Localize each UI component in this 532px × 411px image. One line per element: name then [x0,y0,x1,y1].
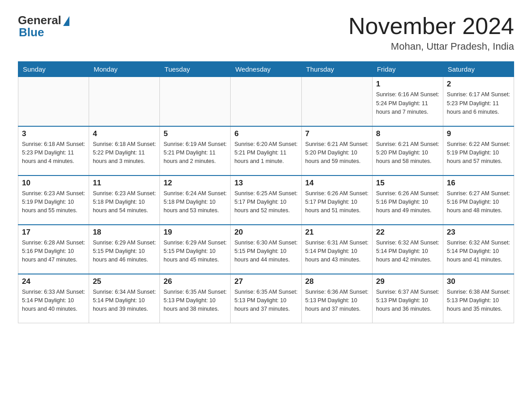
day-info: Sunrise: 6:35 AM Sunset: 5:13 PM Dayligh… [163,288,227,314]
day-number: 25 [93,277,156,286]
calendar-cell: 15Sunrise: 6:26 AM Sunset: 5:16 PM Dayli… [372,176,443,225]
day-info: Sunrise: 6:25 AM Sunset: 5:17 PM Dayligh… [234,189,297,215]
day-info: Sunrise: 6:35 AM Sunset: 5:13 PM Dayligh… [234,288,297,314]
day-info: Sunrise: 6:23 AM Sunset: 5:18 PM Dayligh… [93,189,156,215]
weekday-header-friday: Friday [372,62,443,77]
week-row-1: 1Sunrise: 6:16 AM Sunset: 5:24 PM Daylig… [18,77,514,126]
week-row-2: 3Sunrise: 6:18 AM Sunset: 5:23 PM Daylig… [18,126,514,176]
day-info: Sunrise: 6:29 AM Sunset: 5:15 PM Dayligh… [163,239,227,265]
calendar-cell: 6Sunrise: 6:20 AM Sunset: 5:21 PM Daylig… [231,126,301,176]
calendar-cell: 14Sunrise: 6:26 AM Sunset: 5:17 PM Dayli… [301,176,372,225]
weekday-header-wednesday: Wednesday [231,62,301,77]
day-info: Sunrise: 6:29 AM Sunset: 5:15 PM Dayligh… [93,239,156,265]
calendar-cell: 27Sunrise: 6:35 AM Sunset: 5:13 PM Dayli… [231,274,301,323]
day-info: Sunrise: 6:30 AM Sunset: 5:15 PM Dayligh… [234,239,297,265]
location-title: Mohan, Uttar Pradesh, India [348,41,514,52]
day-number: 18 [93,228,156,237]
calendar-cell: 7Sunrise: 6:21 AM Sunset: 5:20 PM Daylig… [301,126,372,176]
calendar-cell: 25Sunrise: 6:34 AM Sunset: 5:14 PM Dayli… [89,274,160,323]
day-info: Sunrise: 6:26 AM Sunset: 5:17 PM Dayligh… [305,189,369,215]
calendar-cell [160,77,231,126]
weekday-header-row: SundayMondayTuesdayWednesdayThursdayFrid… [18,62,514,77]
day-info: Sunrise: 6:36 AM Sunset: 5:13 PM Dayligh… [305,288,369,314]
calendar-cell: 22Sunrise: 6:32 AM Sunset: 5:14 PM Dayli… [372,225,443,274]
day-info: Sunrise: 6:17 AM Sunset: 5:23 PM Dayligh… [447,90,510,116]
calendar-cell: 1Sunrise: 6:16 AM Sunset: 5:24 PM Daylig… [372,77,443,126]
calendar-cell [301,77,372,126]
day-number: 24 [22,277,85,286]
day-info: Sunrise: 6:22 AM Sunset: 5:19 PM Dayligh… [447,140,510,166]
weekday-header-saturday: Saturday [443,62,514,77]
day-number: 5 [163,129,227,138]
calendar-cell: 12Sunrise: 6:24 AM Sunset: 5:18 PM Dayli… [160,176,231,225]
calendar-cell: 26Sunrise: 6:35 AM Sunset: 5:13 PM Dayli… [160,274,231,323]
logo-blue-row: Blue [18,26,44,39]
day-number: 26 [163,277,227,286]
day-number: 9 [447,129,510,138]
day-number: 14 [305,179,369,188]
week-row-4: 17Sunrise: 6:28 AM Sunset: 5:16 PM Dayli… [18,225,514,274]
calendar-cell: 23Sunrise: 6:32 AM Sunset: 5:14 PM Dayli… [443,225,514,274]
week-row-5: 24Sunrise: 6:33 AM Sunset: 5:14 PM Dayli… [18,274,514,323]
calendar-cell: 18Sunrise: 6:29 AM Sunset: 5:15 PM Dayli… [89,225,160,274]
title-area: November 2024 Mohan, Uttar Pradesh, Indi… [348,13,514,52]
day-number: 4 [93,129,156,138]
weekday-header-tuesday: Tuesday [160,62,231,77]
logo-blue-text: Blue [19,26,44,39]
day-info: Sunrise: 6:21 AM Sunset: 5:20 PM Dayligh… [376,140,439,166]
calendar-cell: 9Sunrise: 6:22 AM Sunset: 5:19 PM Daylig… [443,126,514,176]
day-info: Sunrise: 6:21 AM Sunset: 5:20 PM Dayligh… [305,140,369,166]
day-number: 10 [22,179,85,188]
calendar-cell: 10Sunrise: 6:23 AM Sunset: 5:19 PM Dayli… [18,176,89,225]
logo-triangle-icon [63,16,69,26]
day-number: 8 [376,129,439,138]
day-number: 30 [447,277,510,286]
day-number: 2 [447,80,510,89]
calendar-cell: 24Sunrise: 6:33 AM Sunset: 5:14 PM Dayli… [18,274,89,323]
day-info: Sunrise: 6:19 AM Sunset: 5:21 PM Dayligh… [163,140,227,166]
day-info: Sunrise: 6:20 AM Sunset: 5:21 PM Dayligh… [234,140,297,166]
calendar-cell: 16Sunrise: 6:27 AM Sunset: 5:16 PM Dayli… [443,176,514,225]
day-info: Sunrise: 6:16 AM Sunset: 5:24 PM Dayligh… [376,90,439,116]
day-number: 27 [234,277,297,286]
day-info: Sunrise: 6:24 AM Sunset: 5:18 PM Dayligh… [163,189,227,215]
day-info: Sunrise: 6:32 AM Sunset: 5:14 PM Dayligh… [447,239,510,265]
day-number: 13 [234,179,297,188]
calendar-cell [231,77,301,126]
day-number: 7 [305,129,369,138]
day-info: Sunrise: 6:32 AM Sunset: 5:14 PM Dayligh… [376,239,439,265]
day-info: Sunrise: 6:38 AM Sunset: 5:13 PM Dayligh… [447,288,510,314]
day-number: 17 [22,228,85,237]
day-info: Sunrise: 6:33 AM Sunset: 5:14 PM Dayligh… [22,288,85,314]
day-number: 28 [305,277,369,286]
weekday-header-thursday: Thursday [301,62,372,77]
day-number: 11 [93,179,156,188]
calendar-cell: 13Sunrise: 6:25 AM Sunset: 5:17 PM Dayli… [231,176,301,225]
day-number: 21 [305,228,369,237]
calendar-cell: 5Sunrise: 6:19 AM Sunset: 5:21 PM Daylig… [160,126,231,176]
day-info: Sunrise: 6:23 AM Sunset: 5:19 PM Dayligh… [22,189,85,215]
day-info: Sunrise: 6:31 AM Sunset: 5:14 PM Dayligh… [305,239,369,265]
day-info: Sunrise: 6:18 AM Sunset: 5:22 PM Dayligh… [93,140,156,166]
day-number: 19 [163,228,227,237]
day-number: 1 [376,80,439,89]
calendar-cell: 21Sunrise: 6:31 AM Sunset: 5:14 PM Dayli… [301,225,372,274]
day-info: Sunrise: 6:27 AM Sunset: 5:16 PM Dayligh… [447,189,510,215]
logo: General Blue [18,13,69,39]
weekday-header-sunday: Sunday [18,62,89,77]
day-info: Sunrise: 6:18 AM Sunset: 5:23 PM Dayligh… [22,140,85,166]
calendar-cell: 29Sunrise: 6:37 AM Sunset: 5:13 PM Dayli… [372,274,443,323]
calendar-cell: 2Sunrise: 6:17 AM Sunset: 5:23 PM Daylig… [443,77,514,126]
day-number: 15 [376,179,439,188]
day-number: 20 [234,228,297,237]
header: General Blue November 2024 Mohan, Uttar … [18,13,514,52]
day-number: 3 [22,129,85,138]
calendar-cell: 20Sunrise: 6:30 AM Sunset: 5:15 PM Dayli… [231,225,301,274]
calendar-cell [89,77,160,126]
day-number: 22 [376,228,439,237]
calendar-cell: 28Sunrise: 6:36 AM Sunset: 5:13 PM Dayli… [301,274,372,323]
calendar-cell [18,77,89,126]
day-info: Sunrise: 6:37 AM Sunset: 5:13 PM Dayligh… [376,288,439,314]
calendar-cell: 11Sunrise: 6:23 AM Sunset: 5:18 PM Dayli… [89,176,160,225]
calendar-table: SundayMondayTuesdayWednesdayThursdayFrid… [18,61,514,323]
